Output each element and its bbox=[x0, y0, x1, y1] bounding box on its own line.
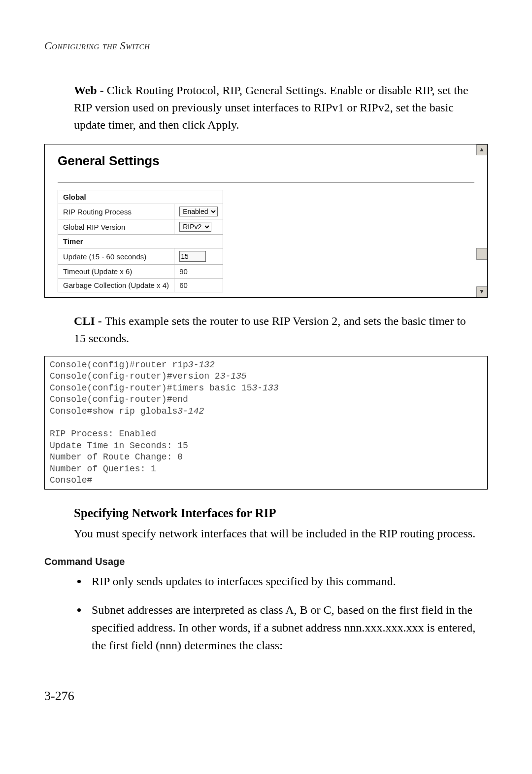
timer-section-header: Timer bbox=[58, 235, 223, 248]
web-paragraph: Web - Click Routing Protocol, RIP, Gener… bbox=[74, 82, 478, 133]
global-rip-version-label: Global RIP Version bbox=[58, 219, 174, 235]
rip-routing-process-select[interactable]: Enabled bbox=[179, 207, 218, 216]
command-usage-heading: Command Usage bbox=[44, 556, 488, 567]
cli-text: This example sets the router to use RIP … bbox=[74, 315, 466, 345]
timeout-value: 90 bbox=[174, 265, 223, 279]
update-input[interactable] bbox=[179, 251, 206, 262]
update-label: Update (15 - 60 seconds) bbox=[58, 248, 174, 265]
cli-example-box: Console(config)#router rip3-132 Console(… bbox=[44, 356, 488, 490]
scroll-up-button[interactable]: ▲ bbox=[476, 144, 487, 155]
gui-panel-title: General Settings bbox=[58, 153, 474, 169]
list-item: Subnet addresses are interpreted as clas… bbox=[88, 601, 488, 654]
running-header: Configuring the Switch bbox=[44, 39, 488, 52]
gui-divider bbox=[58, 182, 474, 183]
settings-table: Global RIP Routing Process Enabled Globa… bbox=[58, 190, 223, 292]
general-settings-screenshot: ▲ ▼ General Settings Global RIP Routing … bbox=[44, 144, 488, 298]
rip-routing-process-label: RIP Routing Process bbox=[58, 204, 174, 219]
gc-value: 60 bbox=[174, 279, 223, 292]
scroll-thumb[interactable] bbox=[476, 248, 487, 260]
subsection-paragraph: You must specify network interfaces that… bbox=[74, 525, 478, 542]
scroll-down-button[interactable]: ▼ bbox=[476, 286, 487, 297]
list-item: RIP only sends updates to interfaces spe… bbox=[88, 572, 488, 590]
global-rip-version-select[interactable]: RIPv2 bbox=[179, 222, 211, 232]
cli-paragraph: CLI - This example sets the router to us… bbox=[74, 313, 478, 347]
command-usage-list: RIP only sends updates to interfaces spe… bbox=[44, 572, 488, 654]
gc-label: Garbage Collection (Update x 4) bbox=[58, 279, 174, 292]
global-section-header: Global bbox=[58, 190, 223, 204]
cli-lead: CLI - bbox=[74, 315, 105, 327]
web-lead: Web - bbox=[74, 84, 107, 97]
running-header-text: Configuring the Switch bbox=[44, 39, 150, 52]
timeout-label: Timeout (Update x 6) bbox=[58, 265, 174, 279]
page-number: 3-276 bbox=[44, 689, 488, 704]
web-text: Click Routing Protocol, RIP, General Set… bbox=[74, 84, 468, 131]
subsection-heading: Specifying Network Interfaces for RIP bbox=[74, 506, 478, 520]
